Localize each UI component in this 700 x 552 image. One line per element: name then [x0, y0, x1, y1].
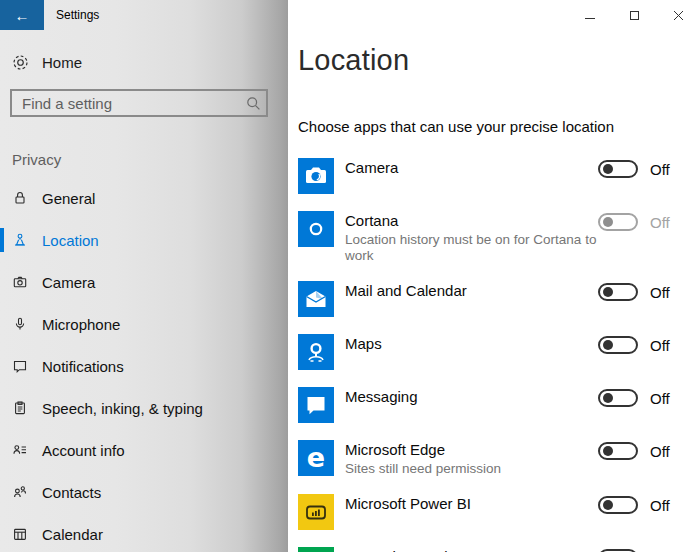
- sidebar-item-microphone[interactable]: Microphone: [0, 303, 288, 345]
- messaging-location-toggle[interactable]: [598, 389, 638, 407]
- sidebar-item-notifications[interactable]: Notifications: [0, 345, 288, 387]
- app-name: Microsoft Edge: [345, 440, 598, 459]
- search-box[interactable]: [10, 89, 268, 117]
- back-arrow-icon: ←: [15, 7, 30, 24]
- privacy-nav-list: General Location Camera: [0, 177, 288, 552]
- cortana-location-toggle: [598, 213, 638, 231]
- maps-app-icon: [298, 334, 334, 370]
- search-input[interactable]: [12, 95, 240, 112]
- app-row-microsoft-edge: e Microsoft Edge Sites still need permis…: [298, 440, 674, 477]
- lock-icon: [12, 190, 28, 206]
- edge-logo-letter: e: [307, 440, 325, 476]
- toggle-state-label: Off: [650, 497, 674, 514]
- app-row-cortana: Cortana Location history must be on for …: [298, 211, 674, 264]
- sidebar-item-home[interactable]: Home: [0, 50, 288, 76]
- speech-bubble-icon: [12, 358, 28, 374]
- page-title: Location: [298, 44, 409, 77]
- maximize-icon: [630, 11, 639, 20]
- calendar-icon: [12, 526, 28, 542]
- app-row-microsoft-power-bi: Microsoft Power BI Off: [298, 494, 674, 530]
- window-controls: [568, 0, 700, 30]
- app-permission-list: Camera Off Cortana Location history must…: [298, 158, 674, 552]
- page-subtitle: Choose apps that can use your precise lo…: [298, 118, 614, 135]
- settings-sidebar: ← Settings Home Privacy Gene: [0, 0, 288, 552]
- gear-icon: [12, 54, 29, 71]
- camera-location-toggle[interactable]: [598, 160, 638, 178]
- toggle-state-label: Off: [650, 337, 674, 354]
- sidebar-item-camera[interactable]: Camera: [0, 261, 288, 303]
- app-name: Cortana: [345, 211, 598, 230]
- maximize-button[interactable]: [612, 0, 656, 30]
- sidebar-item-location[interactable]: Location: [0, 219, 288, 261]
- minimize-icon: [585, 18, 595, 19]
- toggle-state-label: Off: [650, 443, 674, 460]
- app-description: Sites still need permission: [345, 461, 598, 477]
- sidebar-item-general[interactable]: General: [0, 177, 288, 219]
- location-marker-icon: [12, 232, 28, 248]
- app-name: Messaging: [345, 387, 598, 406]
- toggle-knob: [603, 287, 613, 297]
- sidebar-item-label: Speech, inking, & typing: [42, 400, 203, 417]
- toggle-state-label: Off: [650, 284, 674, 301]
- mail-app-icon: [298, 281, 334, 317]
- people-icon: [12, 484, 28, 500]
- close-button[interactable]: [656, 0, 700, 30]
- sidebar-item-label: Notifications: [42, 358, 124, 375]
- sidebar-item-label: Camera: [42, 274, 95, 291]
- app-description: Location history must be on for Cortana …: [345, 232, 598, 264]
- maps-location-toggle[interactable]: [598, 336, 638, 354]
- power-bi-app-icon: [298, 494, 334, 530]
- app-name: Camera: [345, 158, 598, 177]
- toggle-knob: [603, 446, 613, 456]
- sidebar-item-label: Calendar: [42, 526, 103, 543]
- sidebar-item-contacts[interactable]: Contacts: [0, 471, 288, 513]
- toggle-state-label: Off: [650, 161, 674, 178]
- person-lines-icon: [12, 442, 28, 458]
- app-name: Maps: [345, 334, 598, 353]
- app-row-maps: Maps Off: [298, 334, 674, 370]
- camera-icon: [12, 274, 28, 290]
- section-header-privacy: Privacy: [12, 151, 61, 168]
- app-row-network-speed-test: Network Speed Test Off: [298, 547, 674, 552]
- camera-app-icon: [298, 158, 334, 194]
- mail-location-toggle[interactable]: [598, 283, 638, 301]
- app-row-messaging: Messaging Off: [298, 387, 674, 423]
- sidebar-item-label: Home: [42, 54, 82, 71]
- toggle-knob: [603, 164, 613, 174]
- cortana-app-icon: [298, 211, 334, 247]
- selection-indicator: [0, 228, 4, 252]
- sidebar-item-speech-inking-typing[interactable]: Speech, inking, & typing: [0, 387, 288, 429]
- app-name: Microsoft Power BI: [345, 494, 598, 513]
- power-bi-location-toggle[interactable]: [598, 496, 638, 514]
- close-icon: [673, 10, 684, 21]
- toggle-knob: [603, 217, 613, 227]
- clipboard-icon: [12, 400, 28, 416]
- messaging-app-icon: [298, 387, 334, 423]
- toggle-knob: [603, 340, 613, 350]
- microphone-icon: [12, 316, 28, 332]
- sidebar-item-label: Contacts: [42, 484, 101, 501]
- toggle-state-label: Off: [650, 390, 674, 407]
- sidebar-item-label: General: [42, 190, 95, 207]
- sidebar-item-label: Location: [42, 232, 99, 249]
- app-name: Mail and Calendar: [345, 281, 598, 300]
- edge-app-icon: e: [298, 440, 334, 476]
- sidebar-item-account-info[interactable]: Account info: [0, 429, 288, 471]
- edge-location-toggle[interactable]: [598, 442, 638, 460]
- toggle-state-label: Off: [650, 214, 674, 231]
- app-row-mail-and-calendar: Mail and Calendar Off: [298, 281, 674, 317]
- sidebar-item-label: Microphone: [42, 316, 120, 333]
- location-settings-pane: Location Choose apps that can use your p…: [288, 0, 700, 552]
- magnifier-icon[interactable]: [240, 96, 266, 111]
- network-speed-test-app-icon: [298, 547, 334, 552]
- sidebar-item-calendar[interactable]: Calendar: [0, 513, 288, 552]
- sidebar-item-label: Account info: [42, 442, 125, 459]
- back-button[interactable]: ←: [0, 0, 44, 30]
- minimize-button[interactable]: [568, 0, 612, 30]
- app-row-camera: Camera Off: [298, 158, 674, 194]
- toggle-knob: [603, 393, 613, 403]
- window-title: Settings: [56, 8, 99, 22]
- app-name: Network Speed Test: [345, 547, 598, 552]
- toggle-knob: [603, 500, 613, 510]
